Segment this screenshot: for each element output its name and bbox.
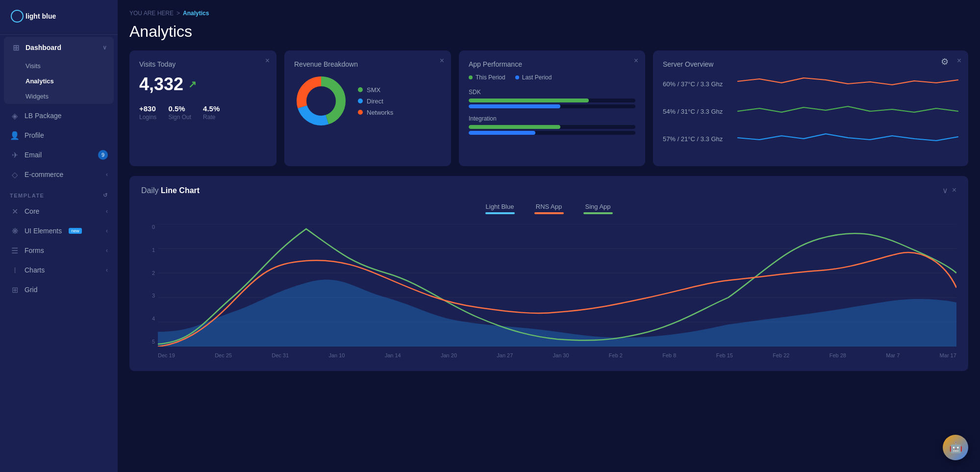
last-period-dot [515, 75, 519, 79]
sidebar-logo: light blue [0, 0, 118, 35]
breadcrumb: YOU ARE HERE > Analytics [129, 10, 968, 17]
perf-card-title: App Performance [469, 60, 635, 68]
app-performance-card: × App Performance This Period Last Perio… [459, 50, 645, 166]
chart-card-title: Daily Line Chart [141, 186, 200, 195]
y-label-4: 4 [141, 316, 155, 322]
legend-smx: SMX [358, 86, 393, 94]
revenue-card-close[interactable]: × [440, 56, 444, 65]
x-label-jan30: Jan 30 [553, 352, 569, 358]
perf-card-close[interactable]: × [634, 56, 638, 65]
chart-legend: Light Blue RNS App Sing App [141, 203, 956, 214]
grid-label: Grid [25, 286, 37, 294]
x-label-jan14: Jan 14 [385, 352, 401, 358]
sidebar-item-widgets[interactable]: Widgets [4, 89, 114, 104]
refresh-icon[interactable]: ↺ [103, 192, 108, 199]
chart-title-bold: Line Chart [161, 186, 200, 195]
y-label-0: 0 [141, 224, 155, 230]
legend-rns-app-line [534, 212, 564, 214]
chart-close-btn[interactable]: × [952, 186, 956, 195]
stat-rate: 4.5% Rate [203, 104, 220, 121]
this-period-dot [469, 75, 473, 79]
chart-title-plain: Daily [141, 186, 159, 195]
sidebar-item-forms[interactable]: ☰ Forms ‹ [0, 241, 118, 260]
lb-package-icon: ◈ [10, 111, 20, 121]
visits-value: 4,332 ↗ [139, 74, 267, 95]
ecommerce-label: E-commerce [25, 171, 63, 178]
sidebar-item-ui-elements[interactable]: ❋ UI Elements new ‹ [0, 221, 118, 241]
y-label-2: 2 [141, 270, 155, 276]
main-content: YOU ARE HERE > Analytics Analytics × Vis… [118, 0, 980, 472]
page-title: Analytics [129, 23, 968, 41]
chatbot-fab[interactable]: 🤖 [943, 435, 968, 460]
chart-blue-area [158, 279, 956, 347]
legend-smx-label: SMX [367, 86, 380, 94]
x-label-feb15: Feb 15 [716, 352, 733, 358]
revenue-donut [294, 74, 348, 128]
x-label-feb2: Feb 2 [609, 352, 623, 358]
legend-networks-label: Networks [367, 109, 393, 116]
svg-text:light blue: light blue [25, 12, 56, 20]
ui-elements-new-badge: new [69, 228, 82, 234]
stat-rate-label: Rate [203, 114, 220, 121]
server-chart-1 [737, 74, 958, 94]
email-label: Email [25, 151, 42, 159]
stat-signout-value: 0.5% [168, 104, 191, 113]
dashboard-nav-item[interactable]: ⊞ Dashboard ∨ [4, 37, 114, 58]
legend-direct-dot [358, 99, 363, 103]
legend-networks-dot [358, 110, 363, 115]
sdk-last-bar [469, 104, 560, 108]
legend-light-blue: Light Blue [485, 203, 515, 214]
settings-icon[interactable]: ⚙ [941, 56, 949, 67]
ui-elements-chevron: ‹ [106, 227, 108, 234]
revenue-card-title: Revenue Breakdown [294, 60, 441, 68]
server-card-close[interactable]: × [957, 56, 961, 65]
sidebar-item-visits[interactable]: Visits [4, 58, 114, 74]
revenue-legend: SMX Direct Networks [358, 86, 393, 116]
integration-this-bar-bg [469, 125, 635, 129]
server-stat-2-label: 54% / 31°C / 3.3 Ghz [663, 108, 731, 115]
sidebar-item-analytics[interactable]: Analytics [4, 74, 114, 89]
cards-row: × Visits Today 4,332 ↗ +830 Logins 0.5% … [129, 50, 968, 166]
core-label: Core [25, 207, 39, 215]
sidebar-item-charts[interactable]: ⁞ Charts ‹ [0, 260, 118, 280]
x-label-mar7: Mar 7 [886, 352, 900, 358]
chart-plot [158, 224, 956, 347]
legend-networks: Networks [358, 109, 393, 116]
legend-light-blue-line [485, 212, 515, 214]
sidebar-item-core[interactable]: ✕ Core ‹ [0, 201, 118, 221]
chart-card-header: Daily Line Chart ∨ × [141, 186, 956, 195]
legend-sing-app-label: Sing App [585, 203, 610, 210]
stat-logins-value: +830 [139, 104, 156, 113]
stat-signout-label: Sign Out [168, 114, 191, 121]
perf-legend: This Period Last Period [469, 74, 635, 81]
svg-point-0 [11, 10, 23, 22]
sdk-this-bar [469, 99, 589, 102]
visits-card-close[interactable]: × [265, 56, 270, 65]
dashboard-group: ⊞ Dashboard ∨ Visits Analytics Widgets [4, 37, 114, 104]
stat-logins-label: Logins [139, 114, 156, 121]
sidebar-item-ecommerce[interactable]: ◇ E-commerce ‹ [0, 165, 118, 184]
sdk-last-bar-bg [469, 104, 635, 108]
sidebar-item-profile[interactable]: 👤 Profile [0, 125, 118, 145]
x-label-dec25: Dec 25 [215, 352, 232, 358]
perf-legend-last: Last Period [515, 74, 552, 81]
email-badge: 9 [98, 150, 108, 160]
chart-collapse-btn[interactable]: ∨ [942, 186, 948, 195]
server-stat-3: 57% / 21°C / 3.3 Ghz [663, 129, 958, 149]
sidebar: light blue ⊞ Dashboard ∨ Visits Analytic… [0, 0, 118, 472]
server-stat-3-label: 57% / 21°C / 3.3 Ghz [663, 135, 731, 143]
charts-label: Charts [25, 266, 45, 274]
legend-direct-label: Direct [367, 98, 383, 105]
server-stat-1-label: 60% / 37°C / 3.3 Ghz [663, 80, 731, 88]
breadcrumb-home: YOU ARE HERE [129, 10, 174, 17]
sidebar-item-email[interactable]: ✈ Email 9 [0, 145, 118, 165]
y-label-5: 5 [141, 339, 155, 345]
forms-icon: ☰ [10, 246, 20, 255]
chart-area: 5 4 3 2 1 0 [141, 224, 956, 361]
core-chevron: ‹ [106, 208, 108, 215]
stat-logins: +830 Logins [139, 104, 156, 121]
x-label-feb8: Feb 8 [662, 352, 676, 358]
chart-x-labels: Dec 19 Dec 25 Dec 31 Jan 10 Jan 14 Jan 2… [158, 349, 956, 361]
sidebar-item-grid[interactable]: ⊞ Grid [0, 280, 118, 299]
sidebar-item-lb-package[interactable]: ◈ LB Package [0, 106, 118, 125]
